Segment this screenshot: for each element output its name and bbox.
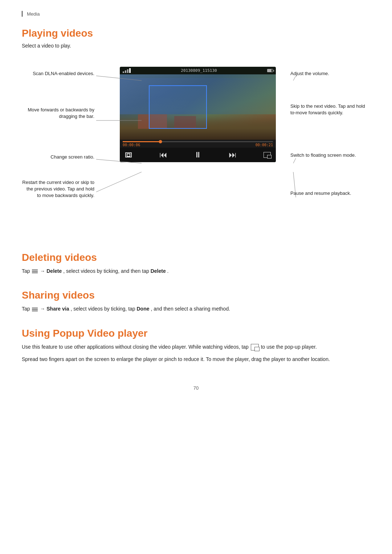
- progress-bar-fill: [123, 141, 160, 142]
- label-adjust-volume: Adjust the volume.: [290, 70, 370, 77]
- menu-icon-2: [32, 308, 38, 311]
- deleting-text-arrow: →: [40, 268, 45, 274]
- time-total: 00:00:21: [256, 143, 273, 147]
- deleting-bold2: Delete: [151, 268, 166, 274]
- next-button[interactable]: ⏭: [228, 150, 238, 160]
- sharing-bold1: Share via: [46, 306, 69, 312]
- page-number: 70: [22, 385, 370, 391]
- label-restart: Restart the current video or skip to the…: [22, 179, 94, 199]
- deleting-videos-title: Deleting videos: [22, 252, 370, 263]
- deleting-bold1: Delete: [46, 268, 62, 274]
- time-elapsed: 00:00:06: [123, 143, 140, 147]
- using-popup-body1: Use this feature to use other applicatio…: [22, 343, 370, 351]
- video-player-mockup: 20130809_115130: [120, 67, 272, 162]
- label-skip-next: Skip to the next video. Tap and hold to …: [290, 103, 370, 116]
- deleting-videos-body: Tap → Delete , select videos by ticking,…: [22, 267, 370, 275]
- sharing-videos-body: Tap → Share via , select videos by ticki…: [22, 305, 370, 313]
- previous-button[interactable]: ⏮: [158, 150, 168, 160]
- deleting-videos-section: Deleting videos Tap → Delete , select vi…: [22, 252, 370, 275]
- battery-icon: [267, 69, 273, 72]
- playing-videos-subtitle: Select a video to play.: [22, 43, 370, 49]
- selection-rectangle: [149, 85, 207, 129]
- deleting-text-middle: , select videos by ticking, and then tap: [63, 268, 149, 274]
- playing-videos-section: Playing videos Select a video to play. 2…: [22, 28, 370, 237]
- svg-line-3: [96, 172, 142, 192]
- play-pause-button[interactable]: ⏸: [193, 150, 203, 160]
- popup-icon: [251, 344, 259, 350]
- label-switch-floating: Switch to floating screen mode.: [290, 152, 370, 159]
- progress-bar-track[interactable]: [123, 141, 273, 142]
- using-popup-section: Using Popup Video player Use this featur…: [22, 328, 370, 364]
- video-thumbnail: [120, 74, 276, 140]
- label-change-ratio: Change screen ratio.: [22, 154, 94, 160]
- sharing-text-middle: , select videos by ticking, tap: [70, 306, 135, 312]
- video-timestamp: 20130809_115130: [181, 68, 217, 73]
- svg-line-6: [293, 158, 296, 163]
- using-popup-title: Using Popup Video player: [22, 328, 370, 339]
- breadcrumb: Media: [27, 11, 40, 17]
- menu-icon: [32, 270, 38, 273]
- video-diagram: 20130809_115130: [22, 56, 370, 237]
- progress-timestamps: 00:00:06 00:00:21: [123, 143, 273, 147]
- video-controls: ⏮ ⏸ ⏭: [120, 148, 276, 162]
- using-popup-body2: Spread two fingers apart on the screen t…: [22, 355, 370, 363]
- label-move-forwards: Move forwards or backwards by dragging t…: [22, 107, 94, 120]
- video-top-bar: 20130809_115130: [120, 67, 276, 74]
- label-pause-resume: Pause and resume playback.: [290, 190, 370, 197]
- sharing-text-prefix: Tap: [22, 306, 30, 312]
- sharing-text-suffix: , and then select a sharing method.: [151, 306, 230, 312]
- sharing-videos-section: Sharing videos Tap → Share via , select …: [22, 290, 370, 313]
- sharing-videos-title: Sharing videos: [22, 290, 370, 301]
- popup-text-prefix: Use this feature to use other applicatio…: [22, 344, 249, 350]
- playing-videos-title: Playing videos: [22, 28, 370, 39]
- signal-icon: [123, 68, 131, 73]
- deleting-text-suffix: .: [167, 268, 169, 274]
- video-progress-area: 00:00:06 00:00:21: [120, 140, 276, 148]
- label-scan-dlna: Scan DLNA-enabled devices.: [22, 70, 94, 77]
- sharing-text-arrow: →: [40, 306, 45, 312]
- deleting-text-prefix: Tap: [22, 268, 30, 274]
- progress-bar-thumb: [159, 140, 162, 143]
- floating-mode-button[interactable]: [262, 150, 272, 160]
- screen-ratio-button[interactable]: [123, 150, 134, 160]
- popup-text-suffix: to use the pop-up player.: [261, 344, 317, 350]
- sharing-bold2: Done: [137, 306, 150, 312]
